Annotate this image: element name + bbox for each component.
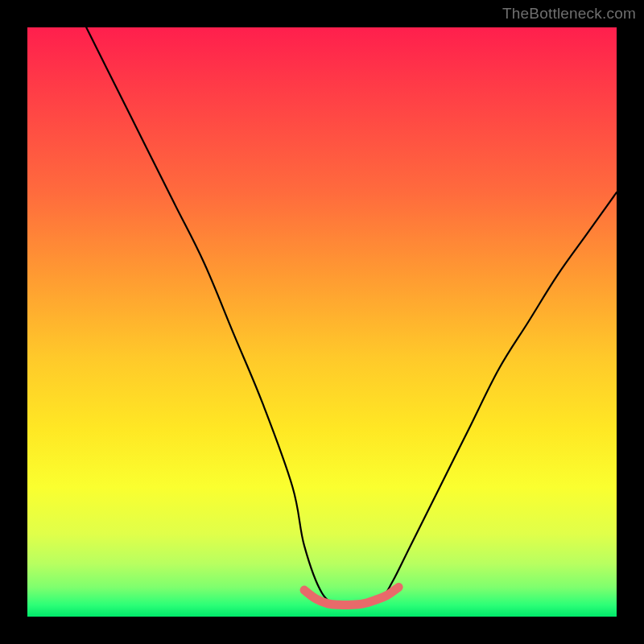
- plot-area: [27, 27, 617, 617]
- bottleneck-curve-path: [86, 27, 617, 606]
- optimal-range-highlight: [304, 587, 398, 605]
- bottleneck-curve: [86, 27, 617, 606]
- chart-frame: TheBottleneck.com: [0, 0, 644, 644]
- optimal-range-path: [304, 587, 398, 605]
- watermark: TheBottleneck.com: [502, 5, 636, 23]
- curve-layer: [27, 27, 617, 617]
